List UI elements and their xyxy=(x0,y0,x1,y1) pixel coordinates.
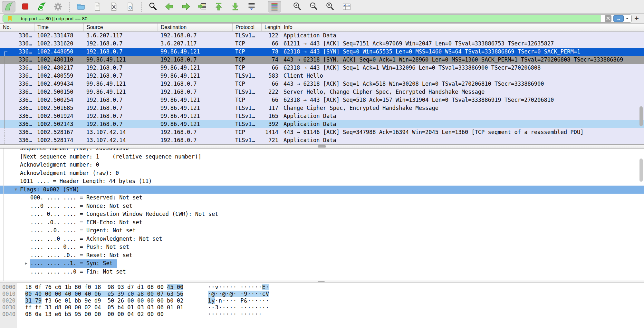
packet-row[interactable]: 336… 1002.499434 99.86.49.121 192.168.0.… xyxy=(0,80,644,88)
packet-no: 336… xyxy=(10,104,34,112)
detail-line[interactable]: Flags: 0x002 (SYN) xyxy=(0,186,644,194)
go-forward-icon[interactable] xyxy=(179,1,193,13)
colorize-packets-icon[interactable] xyxy=(268,1,281,13)
column-header-time[interactable]: Time xyxy=(34,24,84,31)
detail-text: .... ...0 .... = Acknowledgment: Not set xyxy=(30,235,162,243)
detail-line[interactable]: [Next sequence number: 1 (relative seque… xyxy=(0,153,644,161)
apply-filter-button[interactable]: → xyxy=(613,15,624,22)
start-capture-icon[interactable] xyxy=(2,1,15,13)
reload-file-icon[interactable] xyxy=(123,1,137,13)
expand-triangle-icon[interactable] xyxy=(22,259,30,268)
ascii-bytes[interactable]: 1y·n···· P&······ xyxy=(208,297,269,304)
auto-scroll-icon[interactable] xyxy=(245,1,258,13)
packet-row[interactable]: 336… 1002.502143 192.168.0.7 99.86.49.12… xyxy=(0,120,644,128)
column-header-protocol[interactable]: Protocol xyxy=(233,24,262,31)
hex-row[interactable]: 0020 31 79 f3 6e 01 bb 9e d9 50 26 00 00… xyxy=(0,297,644,304)
resize-columns-icon[interactable] xyxy=(340,1,353,13)
ascii-plain: ·n···· P&······ xyxy=(215,297,269,304)
display-filter-field[interactable]: tcp.port == 80 || udp.port == 80 → xyxy=(3,14,632,23)
packet-source: 192.168.0.7 xyxy=(84,72,158,80)
hex-bytes[interactable]: 31 79 f3 6e 01 bb 9e d9 50 26 00 00 00 0… xyxy=(25,297,196,304)
ascii-bytes[interactable]: ········ ······ xyxy=(208,311,262,318)
filter-bookmark-button[interactable] xyxy=(3,15,17,22)
details-bytes-splitter[interactable] xyxy=(0,281,644,283)
ascii-bytes[interactable]: ·@··@·@· ·9····cV xyxy=(208,291,269,297)
packet-list-scrollbar[interactable] xyxy=(639,106,643,126)
go-first-packet-icon[interactable] xyxy=(212,1,226,13)
packet-row[interactable]: 336… 1002.500150 99.86.49.121 192.168.0.… xyxy=(0,88,644,96)
detail-line[interactable]: ...0 .... .... = Nonce: Not set xyxy=(0,202,644,210)
packet-row[interactable]: 336… 1002.480217 192.168.0.7 99.86.49.12… xyxy=(0,64,644,72)
packet-row[interactable]: 336… 1002.331478 3.6.207.117 192.168.0.7… xyxy=(0,32,644,40)
packet-row[interactable]: 336… 1002.448050 192.168.0.7 99.86.49.12… xyxy=(0,48,644,56)
detail-line[interactable]: .... 0... .... = Congestion Window Reduc… xyxy=(0,210,644,218)
detail-line[interactable]: .... .... ...0 = Fin: Not set xyxy=(0,268,644,276)
hex-bytes[interactable]: ff ff 33 d8 00 00 02 04 05 b4 01 03 03 0… xyxy=(25,304,196,311)
detail-line[interactable]: Acknowledgment number: 0 xyxy=(0,161,644,169)
filter-history-chevron-down-icon[interactable] xyxy=(626,18,629,21)
packet-destination: 99.86.49.121 xyxy=(158,48,233,56)
expand-triangle-icon[interactable] xyxy=(12,186,20,194)
detail-line[interactable]: Acknowledgment number (raw): 0 xyxy=(0,169,644,178)
detail-line[interactable]: .... .... ..1. = Syn: Set xyxy=(0,259,644,268)
hex-bytes[interactable]: 18 0f 76 c6 1b 80 f0 18 98 93 d7 d1 08 0… xyxy=(25,284,196,291)
toolbar-separator xyxy=(263,2,263,12)
packet-row[interactable]: 336… 1002.501924 192.168.0.7 99.86.49.12… xyxy=(0,112,644,120)
packet-row[interactable]: 336… 1002.331620 192.168.0.7 3.6.207.117… xyxy=(0,40,644,48)
go-last-packet-icon[interactable] xyxy=(228,1,242,13)
hex-bytes[interactable]: 00 40 00 00 40 00 40 06 e5 39 c0 a8 00 0… xyxy=(25,291,196,297)
packet-destination: 99.86.49.121 xyxy=(158,112,233,120)
display-filter-input[interactable]: tcp.port == 80 || udp.port == 80 xyxy=(17,15,601,22)
column-header-source[interactable]: Source xyxy=(84,24,158,31)
save-file-icon[interactable] xyxy=(91,1,104,13)
find-packet-icon[interactable] xyxy=(146,1,160,13)
detail-line[interactable]: 1011 .... = Header Length: 44 bytes (11) xyxy=(0,177,644,186)
column-header-length[interactable]: Length xyxy=(262,24,281,31)
hex-bytes[interactable]: 08 0a 13 e6 b5 95 00 00 00 00 04 02 00 0… xyxy=(25,311,196,318)
packet-row[interactable]: 336… 1002.480559 192.168.0.7 99.86.49.12… xyxy=(0,72,644,80)
detail-line[interactable]: .... .0.. .... = ECN-Echo: Not set xyxy=(0,218,644,227)
detail-line[interactable]: 000. .... .... = Reserved: Not set xyxy=(0,194,644,202)
stop-capture-icon[interactable] xyxy=(18,1,32,13)
list-details-splitter[interactable] xyxy=(0,144,644,149)
packet-time: 1002.500254 xyxy=(34,96,84,104)
packet-source: 192.168.0.7 xyxy=(84,48,158,56)
go-back-icon[interactable] xyxy=(163,1,176,13)
close-file-icon[interactable] xyxy=(107,1,120,13)
packet-row[interactable]: 336… 1002.501685 192.168.0.7 99.86.49.12… xyxy=(0,104,644,112)
column-header-destination[interactable]: Destination xyxy=(158,24,233,31)
packet-row[interactable]: 336… 1002.528167 13.107.42.14 192.168.0.… xyxy=(0,128,644,136)
packet-time: 1002.500150 xyxy=(34,88,84,96)
detail-line[interactable]: .... ..0. .... = Urgent: Not set xyxy=(0,227,644,235)
ascii-bytes[interactable]: ··v····· ······E· xyxy=(208,284,269,291)
go-to-packet-icon[interactable] xyxy=(196,1,209,13)
hex-row[interactable]: 0030 ff ff 33 d8 00 00 02 04 05 b4 01 03… xyxy=(0,304,644,311)
packet-row[interactable]: 336… 1002.528174 13.107.42.14 192.168.0.… xyxy=(0,136,644,144)
detail-text: 000. .... .... = Reserved: Not set xyxy=(30,194,142,202)
hex-offset: 0040 xyxy=(0,311,17,318)
add-filter-button[interactable]: + xyxy=(632,14,641,23)
packet-row[interactable]: 336… 1002.480110 99.86.49.121 192.168.0.… xyxy=(0,56,644,64)
ascii-bytes[interactable]: ··3····· ········ xyxy=(208,304,269,311)
clear-filter-icon[interactable] xyxy=(605,15,611,22)
capture-options-icon[interactable] xyxy=(51,1,65,13)
detail-line[interactable]: .... .... 0... = Push: Not set xyxy=(0,243,644,251)
splitter-handle[interactable] xyxy=(318,145,326,148)
detail-line[interactable]: .... .... .0.. = Reset: Not set xyxy=(0,251,644,260)
packet-row[interactable]: 336… 1002.500254 192.168.0.7 99.86.49.12… xyxy=(0,96,644,104)
restart-capture-icon[interactable] xyxy=(35,1,48,13)
splitter-handle[interactable] xyxy=(318,281,325,282)
zoom-out-icon[interactable] xyxy=(307,1,321,13)
open-file-icon[interactable] xyxy=(74,1,88,13)
hex-row[interactable]: 0000 18 0f 76 c6 1b 80 f0 18 98 93 d7 d1… xyxy=(0,284,644,291)
detail-line[interactable]: Sequence number (raw): 2605041990 xyxy=(0,149,644,153)
column-header-no[interactable]: No. xyxy=(0,24,34,31)
hex-row[interactable]: 0010 00 40 00 00 40 00 40 06 e5 39 c0 a8… xyxy=(0,291,644,297)
zoom-in-icon[interactable] xyxy=(291,1,304,13)
zoom-reset-icon[interactable] xyxy=(323,1,337,13)
packet-destination: 192.168.0.7 xyxy=(158,136,233,144)
hex-row[interactable]: 0040 08 0a 13 e6 b5 95 00 00 00 00 04 02… xyxy=(0,311,644,318)
column-header-info[interactable]: Info xyxy=(281,24,644,31)
detail-line[interactable]: .... ...0 .... = Acknowledgment: Not set xyxy=(0,235,644,243)
details-scrollbar[interactable] xyxy=(639,159,643,182)
